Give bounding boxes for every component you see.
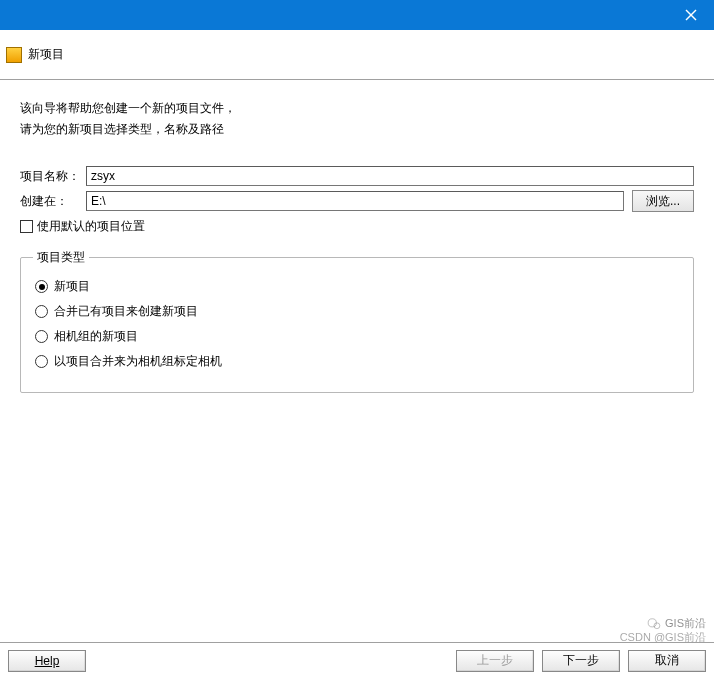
input-create-path[interactable] [86, 191, 624, 211]
radio-label: 相机组的新项目 [54, 328, 138, 345]
dialog-footer: Help 上一步 下一步 取消 [0, 642, 714, 678]
label-create-path: 创建在： [20, 193, 86, 210]
row-use-default[interactable]: 使用默认的项目位置 [20, 218, 694, 235]
intro-line-1: 该向导将帮助您创建一个新的项目文件， [20, 100, 694, 117]
dialog-title: 新项目 [28, 46, 64, 63]
input-project-name[interactable] [86, 166, 694, 186]
dialog-header: 新项目 [0, 30, 714, 80]
radio-label: 新项目 [54, 278, 90, 295]
close-button[interactable] [668, 0, 714, 30]
wechat-icon [647, 617, 661, 631]
browse-button[interactable]: 浏览... [632, 190, 694, 212]
help-button[interactable]: Help [8, 650, 86, 672]
radio-row-new-project[interactable]: 新项目 [35, 278, 679, 295]
intro-line-2: 请为您的新项目选择类型，名称及路径 [20, 121, 694, 138]
radio-camera-group[interactable] [35, 330, 48, 343]
radio-new-project[interactable] [35, 280, 48, 293]
radio-row-merge-existing[interactable]: 合并已有项目来创建新项目 [35, 303, 679, 320]
row-create-path: 创建在： 浏览... [20, 190, 694, 212]
row-project-name: 项目名称： [20, 166, 694, 186]
legend-project-type: 项目类型 [33, 249, 89, 266]
dialog-content: 该向导将帮助您创建一个新的项目文件， 请为您的新项目选择类型，名称及路径 项目名… [0, 80, 714, 403]
form: 项目名称： 创建在： 浏览... 使用默认的项目位置 项目类型 新项目 合并已有… [20, 166, 694, 393]
watermark-top-text: GIS前沿 [665, 617, 706, 630]
radio-label: 以项目合并来为相机组标定相机 [54, 353, 222, 370]
radio-row-camera-group[interactable]: 相机组的新项目 [35, 328, 679, 345]
next-button[interactable]: 下一步 [542, 650, 620, 672]
fieldset-project-type: 项目类型 新项目 合并已有项目来创建新项目 相机组的新项目 以项目合并来为相机组… [20, 257, 694, 393]
radio-row-merge-calibrate[interactable]: 以项目合并来为相机组标定相机 [35, 353, 679, 370]
titlebar [0, 0, 714, 30]
label-project-name: 项目名称： [20, 168, 86, 185]
svg-point-2 [648, 619, 656, 627]
radio-label: 合并已有项目来创建新项目 [54, 303, 198, 320]
label-use-default: 使用默认的项目位置 [37, 218, 145, 235]
watermark: GIS前沿 CSDN @GIS前沿 [620, 617, 706, 644]
svg-point-3 [654, 623, 660, 629]
radio-merge-existing[interactable] [35, 305, 48, 318]
cancel-button[interactable]: 取消 [628, 650, 706, 672]
close-icon [685, 9, 697, 21]
checkbox-use-default[interactable] [20, 220, 33, 233]
radio-merge-calibrate[interactable] [35, 355, 48, 368]
prev-button[interactable]: 上一步 [456, 650, 534, 672]
app-icon [6, 47, 22, 63]
